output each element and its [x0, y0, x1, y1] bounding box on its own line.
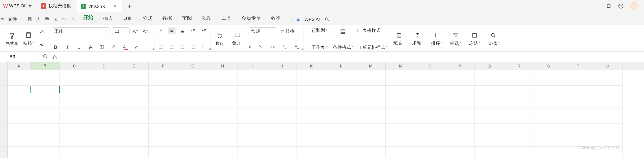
- align-center-icon[interactable]: [168, 44, 176, 50]
- cell[interactable]: [238, 116, 267, 124]
- cell[interactable]: [415, 131, 445, 139]
- cell[interactable]: [415, 101, 445, 109]
- cell[interactable]: [238, 101, 267, 109]
- conditional-format-label[interactable]: 条件格式˅: [333, 44, 353, 50]
- cell[interactable]: [474, 116, 504, 124]
- cell[interactable]: [178, 93, 208, 101]
- worksheet-button[interactable]: 工作表˅: [306, 44, 327, 50]
- cell[interactable]: [326, 154, 356, 158]
- col-header[interactable]: H: [208, 62, 238, 70]
- cell[interactable]: [326, 109, 356, 116]
- align-middle-icon[interactable]: [168, 27, 176, 34]
- cell[interactable]: [356, 93, 386, 101]
- cell[interactable]: [148, 93, 178, 101]
- menu-tab-2[interactable]: 页面: [122, 13, 133, 23]
- sort-button[interactable]: 排序˅: [430, 31, 443, 46]
- cell[interactable]: [534, 139, 564, 147]
- cell[interactable]: [297, 147, 326, 154]
- cell[interactable]: [415, 147, 445, 154]
- cell[interactable]: [30, 109, 60, 116]
- cell[interactable]: [148, 139, 178, 147]
- align-bottom-icon[interactable]: [179, 27, 186, 34]
- cell[interactable]: [504, 86, 534, 93]
- cell[interactable]: [178, 154, 208, 158]
- row-header[interactable]: [0, 101, 8, 109]
- cell[interactable]: [60, 124, 89, 131]
- menu-tab-8[interactable]: 会员专享: [241, 13, 262, 23]
- cell[interactable]: [89, 101, 119, 109]
- cell[interactable]: [60, 70, 89, 78]
- menu-tab-6[interactable]: 视图: [201, 13, 212, 23]
- cell[interactable]: [178, 139, 208, 147]
- user-avatar[interactable]: [630, 2, 638, 10]
- number-dialog-launcher-icon[interactable]: ◢: [302, 47, 303, 50]
- col-header[interactable]: P: [445, 62, 474, 70]
- cell[interactable]: [208, 109, 238, 116]
- cell[interactable]: [60, 86, 89, 93]
- cell[interactable]: [267, 70, 297, 78]
- cell[interactable]: [386, 78, 415, 86]
- fill-color-icon[interactable]: ˅: [110, 44, 118, 50]
- hamburger-icon[interactable]: ≡: [1, 16, 4, 22]
- increase-indent-icon[interactable]: [200, 27, 208, 34]
- cell[interactable]: [238, 86, 267, 93]
- row-header[interactable]: [0, 86, 8, 93]
- paste-icon[interactable]: [25, 32, 32, 39]
- cell[interactable]: [8, 101, 30, 109]
- cell[interactable]: [267, 147, 297, 154]
- cell[interactable]: [8, 147, 30, 154]
- cell[interactable]: [148, 131, 178, 139]
- cell[interactable]: [208, 154, 238, 158]
- redo-icon[interactable]: [69, 16, 76, 22]
- cell[interactable]: [504, 131, 534, 139]
- cell[interactable]: [267, 86, 297, 93]
- strikethrough-icon[interactable]: A: [87, 44, 94, 50]
- export-icon[interactable]: [35, 16, 42, 22]
- cell[interactable]: [208, 131, 238, 139]
- window-restore-icon[interactable]: [606, 3, 612, 9]
- cell[interactable]: [119, 93, 148, 101]
- cell[interactable]: [564, 131, 593, 139]
- cell[interactable]: [386, 139, 415, 147]
- merge-button[interactable]: 合并˅: [232, 40, 243, 46]
- cell[interactable]: [564, 154, 593, 158]
- row-header[interactable]: [0, 131, 8, 139]
- cell[interactable]: [208, 86, 238, 93]
- fx-icon[interactable]: ƒx: [52, 54, 57, 60]
- cell[interactable]: [119, 109, 148, 116]
- cell[interactable]: [356, 109, 386, 116]
- cell[interactable]: [386, 147, 415, 154]
- cell[interactable]: [8, 131, 30, 139]
- cell[interactable]: [415, 109, 445, 116]
- cell[interactable]: [267, 78, 297, 86]
- cell[interactable]: [445, 139, 474, 147]
- cell[interactable]: [356, 139, 386, 147]
- cell[interactable]: [238, 109, 267, 116]
- cell[interactable]: [504, 70, 534, 78]
- cell[interactable]: [119, 131, 148, 139]
- cell[interactable]: [60, 101, 89, 109]
- cell-style-button[interactable]: 单元格样式˅: [357, 44, 387, 50]
- cell[interactable]: [89, 93, 119, 101]
- col-header[interactable]: A: [8, 62, 30, 70]
- tab-templates[interactable]: ⬇ 找稻壳模板: [37, 0, 77, 12]
- cell[interactable]: [593, 109, 623, 116]
- select-all-corner[interactable]: [0, 62, 8, 70]
- cell[interactable]: [8, 109, 30, 116]
- new-tab-button[interactable]: ＋: [122, 2, 137, 10]
- cell[interactable]: [474, 147, 504, 154]
- col-header[interactable]: Q: [474, 62, 504, 70]
- cell[interactable]: [8, 70, 30, 78]
- cell[interactable]: [30, 93, 60, 101]
- col-header[interactable]: C: [60, 62, 89, 70]
- cell[interactable]: [8, 93, 30, 101]
- cell[interactable]: [178, 109, 208, 116]
- cell[interactable]: [178, 78, 208, 86]
- orientation-icon[interactable]: ˅: [200, 44, 208, 50]
- cell[interactable]: [119, 124, 148, 131]
- cell[interactable]: [474, 86, 504, 93]
- cell[interactable]: [593, 86, 623, 93]
- menu-tab-3[interactable]: 公式: [142, 13, 153, 23]
- align-dialog-launcher-icon[interactable]: ◢: [209, 47, 210, 50]
- cell[interactable]: [504, 101, 534, 109]
